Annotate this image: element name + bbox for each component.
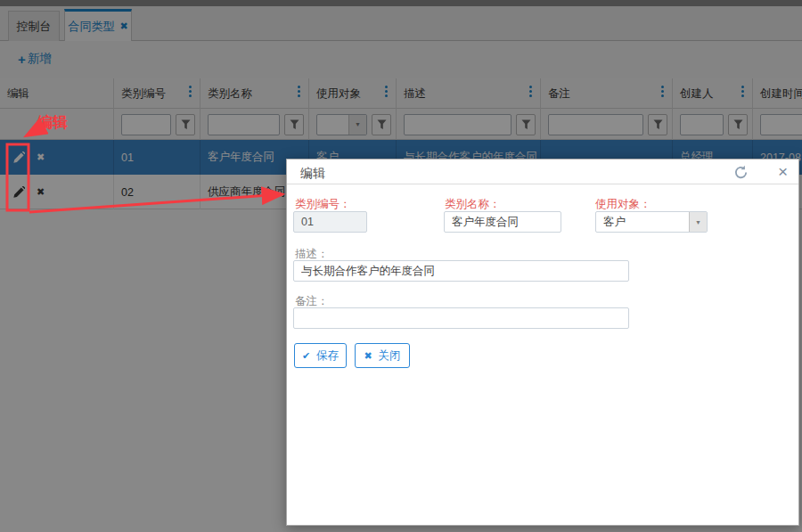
target-select[interactable]: 客户 ▼ [595,211,708,233]
check-icon: ✔ [302,350,310,362]
remark-field[interactable] [293,307,629,329]
edit-dialog: 编辑 × 类别编号： 类别名称： 使用对象： 客户 ▼ 描述： 备注： ✔ 保存 [286,159,799,526]
dialog-title: 编辑 [300,166,325,182]
code-label: 类别编号： [295,197,351,212]
dropdown-arrow-icon[interactable]: ▼ [689,212,707,232]
save-button[interactable]: ✔ 保存 [294,343,347,368]
dialog-close-icon[interactable]: × [778,161,788,183]
code-field[interactable] [293,211,367,233]
refresh-icon[interactable] [733,165,749,180]
dialog-header: 编辑 × [287,160,798,184]
x-icon: ✖ [364,350,372,362]
desc-field[interactable] [293,260,629,282]
name-label: 类别名称： [445,197,501,212]
target-label: 使用对象： [595,197,651,212]
close-button[interactable]: ✖ 关闭 [355,343,410,368]
name-field[interactable] [444,211,561,233]
app-window: 控制台 合同类型 ✖ + 新增 编辑 类别编号 类别名称 使用对象 描述 [0,0,802,532]
